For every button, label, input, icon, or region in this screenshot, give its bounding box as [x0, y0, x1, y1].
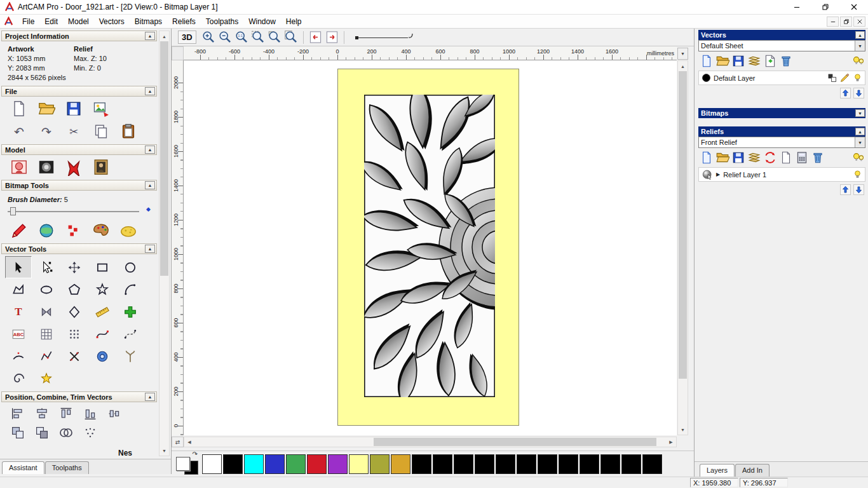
create-arc-icon[interactable] — [123, 283, 137, 297]
create-rectangle-button[interactable] — [89, 256, 116, 278]
merge-relief-layers-icon[interactable] — [747, 151, 761, 165]
menu-file[interactable]: File — [17, 15, 39, 28]
fit-arc-icon[interactable] — [11, 349, 25, 363]
collapse-section-button[interactable]: ▲ — [145, 393, 155, 401]
trim-overlap-icon[interactable] — [58, 425, 74, 440]
weld-vectors-icon[interactable] — [10, 425, 25, 440]
toggle-all-visibility-icon[interactable] — [851, 54, 865, 68]
scrollbar-track[interactable] — [159, 41, 169, 445]
palette-colour-6[interactable] — [328, 454, 348, 474]
save-relief-layer-icon[interactable] — [731, 151, 745, 165]
snap-grid-icon[interactable] — [39, 327, 53, 341]
sheet-selector[interactable]: Default Sheet ▼ — [698, 40, 865, 51]
paint-icon[interactable] — [10, 222, 28, 240]
array-copy-button[interactable] — [61, 323, 88, 345]
calculate-relief-icon[interactable] — [795, 151, 809, 165]
fit-polyline-icon[interactable] — [39, 349, 53, 363]
zoom-box-icon[interactable] — [251, 30, 266, 44]
edit-layer-colour-icon[interactable] — [839, 72, 850, 83]
greyscale-from-relief-icon[interactable] — [37, 158, 55, 176]
vector-doctor-button[interactable] — [33, 367, 60, 390]
palette-colour-15[interactable] — [517, 454, 536, 474]
collapse-section-button[interactable]: ▲ — [855, 128, 865, 135]
collapse-section-button[interactable]: ▲ — [145, 32, 155, 40]
text-on-curve-icon[interactable]: ABC — [11, 327, 25, 341]
invert-model-icon[interactable] — [65, 158, 83, 176]
scroll-down-button[interactable]: ▼ — [159, 445, 169, 456]
mdi-restore-button[interactable] — [840, 17, 852, 27]
toggle-all-visibility-icon[interactable] — [851, 151, 865, 165]
create-diamond-button[interactable] — [61, 301, 88, 323]
palette-colour-0[interactable] — [202, 454, 222, 474]
menu-toolpaths[interactable]: Toolpaths — [201, 15, 243, 28]
collapse-section-button[interactable]: ▲ — [145, 146, 155, 154]
palette-colour-21[interactable] — [642, 454, 662, 474]
trim-vectors-button[interactable] — [61, 345, 88, 367]
create-arc-button[interactable] — [117, 278, 144, 301]
zoom-out-icon[interactable] — [218, 30, 233, 44]
model-area[interactable] — [337, 69, 519, 426]
node-editing-button[interactable] — [33, 256, 60, 278]
scrollbar-track[interactable] — [194, 437, 666, 447]
create-polygon-button[interactable] — [61, 278, 88, 301]
fit-curve-button[interactable] — [117, 323, 144, 345]
zoom-object-icon[interactable] — [268, 30, 282, 44]
sponge-icon[interactable] — [119, 222, 137, 240]
menu-vectors[interactable]: Vectors — [94, 15, 130, 28]
scroll-left-button[interactable]: ◀ — [184, 437, 194, 447]
menu-model[interactable]: Model — [63, 15, 94, 28]
next-view-icon[interactable] — [325, 30, 339, 44]
palette-colour-4[interactable] — [286, 454, 306, 474]
cut-icon[interactable]: ✂ — [65, 123, 83, 140]
paste-vectors-icon[interactable] — [123, 305, 137, 319]
save-file-icon[interactable] — [65, 100, 83, 118]
move-layer-up-icon[interactable] — [840, 184, 851, 195]
edit-nodes-icon[interactable] — [95, 327, 109, 341]
fit-curve-icon[interactable] — [123, 327, 137, 341]
subtract-vectors-icon[interactable] — [34, 425, 50, 440]
zoom-in-icon[interactable] — [201, 30, 216, 44]
expander-icon[interactable]: ▶ — [716, 172, 720, 177]
menu-help[interactable]: Help — [281, 15, 307, 28]
node-editing-icon[interactable] — [39, 261, 53, 274]
align-top-icon[interactable] — [58, 406, 74, 421]
snap-grid-button[interactable] — [33, 323, 60, 345]
palette-colour-2[interactable] — [244, 454, 264, 474]
scrollbar-track[interactable] — [678, 71, 688, 424]
fit-polyline-button[interactable] — [33, 345, 60, 367]
measure-icon[interactable] — [95, 305, 109, 319]
relief-sphere-icon[interactable] — [702, 169, 713, 180]
tab-toolpaths[interactable]: Toolpaths — [45, 461, 89, 474]
open-relief-layer-icon[interactable] — [715, 151, 729, 165]
brush-diameter-slider[interactable]: ◆ — [8, 206, 151, 217]
join-vectors-icon[interactable] — [123, 349, 137, 363]
collapse-section-button[interactable]: ▲ — [855, 31, 865, 39]
select-vectors-button[interactable] — [5, 256, 32, 278]
palette-colour-9[interactable] — [391, 454, 410, 474]
palette-colour-20[interactable] — [621, 454, 641, 474]
palette-colour-10[interactable] — [412, 454, 431, 474]
scroll-down-button[interactable]: ▼ — [678, 424, 688, 435]
layer-visibility-icon[interactable] — [852, 169, 863, 180]
palette-colour-14[interactable] — [496, 454, 515, 474]
dot-pattern-icon[interactable] — [83, 425, 98, 440]
mirror-vectors-button[interactable] — [33, 301, 60, 323]
menu-reliefs[interactable]: Reliefs — [167, 15, 201, 28]
canvas-2d-view[interactable] — [184, 60, 677, 435]
create-spiral-button[interactable] — [5, 367, 32, 390]
zoom-scale-icon[interactable]: 1:1 — [234, 30, 249, 44]
palette-colour-12[interactable] — [454, 454, 473, 474]
create-star-button[interactable] — [89, 278, 116, 301]
relief-selector[interactable]: Front Relief ▼ — [698, 137, 865, 148]
primary-colour[interactable] — [176, 457, 190, 471]
tab-assistant[interactable]: Assistant — [2, 461, 44, 474]
collapse-section-button[interactable]: ▲ — [145, 87, 155, 95]
join-vectors-button[interactable] — [117, 345, 144, 367]
create-ellipse-icon[interactable] — [39, 283, 53, 297]
collapse-section-button[interactable]: ▲ — [145, 245, 155, 253]
new-relief-page-icon[interactable] — [779, 151, 793, 165]
previous-view-icon[interactable] — [308, 30, 323, 44]
swap-colours-icon[interactable]: ↷ — [193, 451, 198, 458]
menu-bitmaps[interactable]: Bitmaps — [130, 15, 167, 28]
assistant-scrollbar[interactable]: ▲ ▼ — [159, 30, 170, 456]
